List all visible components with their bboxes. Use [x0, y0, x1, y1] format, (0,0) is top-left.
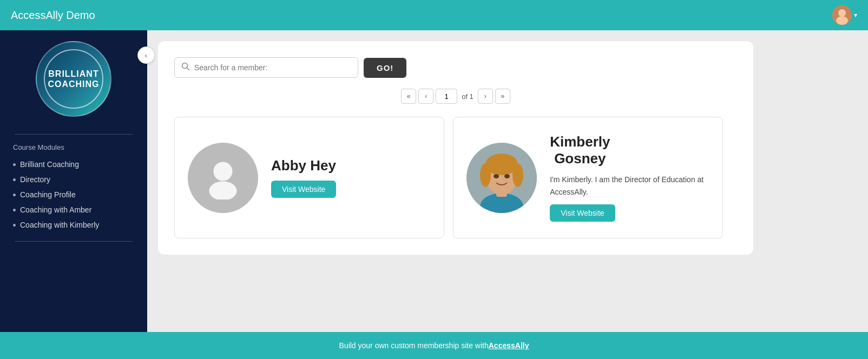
member-avatar-kimberly — [466, 143, 537, 213]
footer: Build your own custom membership site wi… — [0, 332, 868, 359]
nav-dot-icon — [13, 163, 16, 166]
pagination-last-button[interactable]: » — [495, 89, 510, 104]
svg-point-2 — [836, 16, 848, 25]
svg-line-4 — [187, 68, 189, 70]
member-info-kimberly: KimberlyGosney I'm Kimberly. I am the Di… — [550, 134, 709, 222]
go-button[interactable]: GO! — [364, 58, 406, 78]
sidebar-item-brilliant-coaching[interactable]: Brilliant Coaching — [9, 157, 139, 172]
member-card-abby-hey: Abby Hey Visit Website — [174, 117, 444, 238]
search-icon — [181, 62, 190, 73]
footer-link[interactable]: AccessAlly — [489, 341, 529, 350]
sidebar-item-label-coaching-profile: Coaching Profile — [20, 190, 76, 199]
sidebar-collapse-button[interactable]: ‹ — [137, 46, 155, 64]
sidebar-section-label: Course Modules — [0, 143, 147, 151]
person-placeholder-icon — [201, 156, 245, 200]
svg-point-17 — [494, 174, 499, 178]
main-card: GO! « ‹ of 1 › » — [158, 41, 753, 255]
pagination-next-button[interactable]: › — [478, 89, 493, 104]
user-avatar-wrapper[interactable]: ▾ — [832, 5, 857, 25]
member-name-abby: Abby Hey — [271, 157, 336, 174]
sidebar: BRILLIANT COACHING Course Modules Brilli… — [0, 30, 147, 332]
pagination-of-label: of 1 — [459, 92, 476, 101]
sidebar-item-coaching-with-amber[interactable]: Coaching with Amber — [9, 202, 139, 217]
sidebar-item-coaching-profile[interactable]: Coaching Profile — [9, 187, 139, 202]
sidebar-nav: Brilliant CoachingDirectoryCoaching Prof… — [0, 157, 147, 232]
app-title: AccessAlly Demo — [11, 9, 95, 22]
member-avatar-abby — [188, 143, 258, 213]
visit-website-button-kimberly[interactable]: Visit Website — [550, 204, 615, 222]
avatar[interactable] — [832, 5, 852, 25]
sidebar-item-directory[interactable]: Directory — [9, 172, 139, 187]
pagination-row: « ‹ of 1 › » — [174, 89, 737, 104]
member-name-kimberly: KimberlyGosney — [550, 134, 610, 167]
sidebar-divider-bottom — [15, 241, 133, 242]
logo-container: BRILLIANT COACHING — [36, 41, 111, 117]
nav-dot-icon — [13, 178, 16, 181]
svg-point-16 — [512, 163, 523, 187]
visit-website-button-abby[interactable]: Visit Website — [271, 181, 336, 198]
logo-inner: BRILLIANT COACHING — [44, 49, 103, 109]
main-layout: BRILLIANT COACHING Course Modules Brilli… — [0, 30, 868, 332]
sidebar-item-label-coaching-with-kimberly: Coaching with Kimberly — [20, 221, 99, 229]
sidebar-item-label-coaching-with-amber: Coaching with Amber — [20, 205, 91, 214]
pagination-first-button[interactable]: « — [401, 89, 416, 104]
svg-point-6 — [209, 181, 236, 200]
members-grid: Abby Hey Visit Website — [174, 117, 737, 238]
search-input[interactable] — [194, 63, 351, 72]
svg-point-5 — [213, 162, 232, 181]
sidebar-item-label-brilliant-coaching: Brilliant Coaching — [20, 160, 79, 169]
pagination-current-input[interactable] — [436, 89, 457, 104]
member-info-abby: Abby Hey Visit Website — [271, 157, 336, 198]
content-area: ‹ GO! « ‹ — [147, 30, 868, 332]
search-row: GO! — [174, 57, 737, 78]
svg-point-18 — [504, 174, 510, 178]
nav-dot-icon — [13, 194, 16, 196]
member-card-kimberly-gosney: KimberlyGosney I'm Kimberly. I am the Di… — [453, 117, 723, 238]
avatar-dropdown-arrow: ▾ — [854, 11, 857, 19]
kimberly-photo — [466, 143, 537, 213]
avatar-image — [832, 5, 852, 25]
nav-dot-icon — [13, 209, 16, 211]
footer-text: Build your own custom membership site wi… — [339, 341, 489, 350]
sidebar-item-coaching-with-kimberly[interactable]: Coaching with Kimberly — [9, 217, 139, 232]
member-bio-kimberly: I'm Kimberly. I am the Director of Educa… — [550, 174, 709, 198]
top-nav: AccessAlly Demo ▾ — [0, 0, 868, 30]
nav-dot-icon — [13, 224, 16, 227]
search-input-wrapper — [174, 57, 358, 78]
svg-point-1 — [838, 9, 846, 17]
logo-text: BRILLIANT COACHING — [48, 69, 99, 89]
svg-point-15 — [480, 163, 491, 187]
sidebar-item-label-directory: Directory — [20, 175, 50, 184]
sidebar-divider-top — [15, 134, 133, 135]
pagination-prev-button[interactable]: ‹ — [418, 89, 433, 104]
